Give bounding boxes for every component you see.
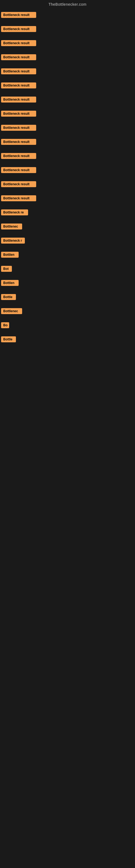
bottleneck-result-badge[interactable]: Bottleneck result [1,40,36,46]
bottleneck-result-badge[interactable]: Bottlen [1,280,18,286]
bottleneck-result-badge[interactable]: Bottleneck result [1,97,36,102]
list-item: Bottleneck result [1,137,134,151]
list-item: Bottleneck re [1,207,134,221]
page-wrapper: TheBottlenecker.com Bottleneck resultBot… [0,0,135,348]
bottleneck-result-badge[interactable]: Bottleneck result [1,26,36,32]
bottleneck-result-badge[interactable]: Bottleneck result [1,68,36,74]
list-item: Bo [1,320,134,334]
list-item: Bottleneck result [1,179,134,193]
bottleneck-result-badge[interactable]: Bottle [1,336,16,342]
bottleneck-result-badge[interactable]: Bottleneck result [1,83,36,88]
bottleneck-result-badge[interactable]: Bottleneck result [1,139,36,145]
list-item: Bot [1,264,134,278]
site-title: TheBottlenecker.com [0,0,135,10]
bottleneck-result-badge[interactable]: Bo [1,322,9,328]
list-item: Bottleneck result [1,193,134,207]
list-item: Bottleneck r [1,236,134,250]
list-item: Bottleneck result [1,38,134,52]
list-item: Bottleneck result [1,52,134,66]
bottleneck-result-badge[interactable]: Bottlenec [1,223,22,229]
list-item: Bottlenec [1,306,134,320]
bottleneck-result-badge[interactable]: Bottle [1,294,16,300]
bottleneck-result-badge[interactable]: Bottlenec [1,308,22,314]
list-item: Bottleneck result [1,80,134,94]
bottleneck-result-badge[interactable]: Bot [1,266,12,272]
list-item: Bottle [1,292,134,306]
bottleneck-result-badge[interactable]: Bottleneck re [1,209,28,215]
bottleneck-result-badge[interactable]: Bottleneck result [1,195,36,201]
list-item: Bottlen [1,278,134,292]
bottleneck-result-badge[interactable]: Bottleneck result [1,12,36,18]
list-item: Bottleneck result [1,108,134,123]
bottleneck-result-badge[interactable]: Bottleneck result [1,167,36,173]
site-title-bar: TheBottlenecker.com [0,0,135,10]
list-item: Bottleneck result [1,66,134,80]
list-item: Bottleneck result [1,123,134,137]
items-container: Bottleneck resultBottleneck resultBottle… [0,10,135,348]
bottleneck-result-badge[interactable]: Bottleneck result [1,111,36,117]
list-item: Bottlen [1,250,134,264]
list-item: Bottleneck result [1,94,134,108]
bottleneck-result-badge[interactable]: Bottleneck r [1,238,25,244]
bottleneck-result-badge[interactable]: Bottleneck result [1,125,36,131]
list-item: Bottleneck result [1,151,134,165]
bottleneck-result-badge[interactable]: Bottleneck result [1,54,36,60]
bottleneck-result-badge[interactable]: Bottleneck result [1,153,36,159]
list-item: Bottleneck result [1,165,134,179]
bottleneck-result-badge[interactable]: Bottlen [1,252,18,258]
list-item: Bottlenec [1,221,134,236]
list-item: Bottleneck result [1,10,134,24]
list-item: Bottleneck result [1,24,134,38]
bottleneck-result-badge[interactable]: Bottleneck result [1,181,36,187]
list-item: Bottle [1,334,134,348]
